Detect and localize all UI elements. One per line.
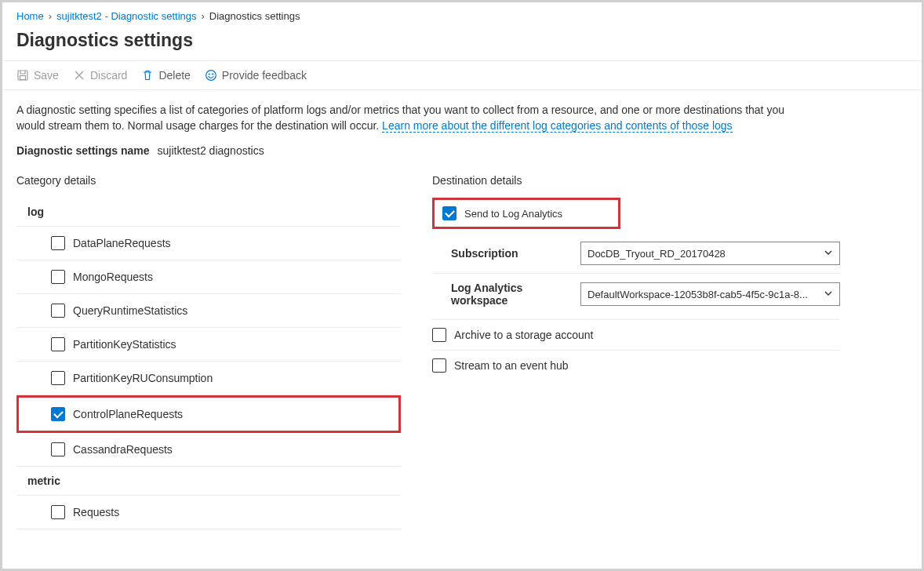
checkbox-partitionkeyruconsumption[interactable] — [51, 371, 65, 385]
save-label: Save — [34, 69, 59, 82]
stream-eventhub-label: Stream to an event hub — [454, 359, 569, 372]
checkbox-send-log-analytics[interactable] — [442, 206, 457, 220]
log-group-header: log — [16, 198, 401, 226]
settings-name-value: sujitktest2 diagnostics — [157, 144, 264, 157]
page-title: Diagnostics settings — [2, 27, 922, 60]
category-details-column: Category details log DataPlaneRequests M… — [16, 174, 401, 529]
feedback-button[interactable]: Provide feedback — [205, 69, 307, 82]
category-row-requests[interactable]: Requests — [16, 495, 401, 529]
stream-eventhub-row[interactable]: Stream to an event hub — [432, 351, 840, 380]
category-label: ControlPlaneRequests — [73, 408, 183, 420]
checkbox-queryruntimestatistics[interactable] — [51, 304, 65, 318]
category-label: QueryRuntimeStatistics — [73, 304, 187, 317]
checkbox-partitionkeystatistics[interactable] — [51, 337, 65, 351]
svg-rect-1 — [20, 76, 26, 80]
breadcrumb-home[interactable]: Home — [16, 10, 44, 22]
archive-storage-row[interactable]: Archive to a storage account — [432, 320, 840, 351]
delete-button[interactable]: Delete — [141, 69, 190, 82]
category-row-cassandrarequests[interactable]: CassandraRequests — [16, 433, 401, 467]
category-label: PartitionKeyRUConsumption — [73, 372, 213, 384]
checkbox-controlplanerequests[interactable] — [51, 407, 65, 421]
subscription-row: Subscription DocDB_Tryout_RD_20170428 — [432, 234, 840, 274]
settings-name-label: Diagnostic settings name — [16, 144, 150, 157]
category-row-queryruntimestatistics[interactable]: QueryRuntimeStatistics — [16, 294, 401, 328]
category-label: Requests — [73, 506, 119, 518]
checkbox-dataplanerequests[interactable] — [51, 236, 65, 250]
breadcrumb-parent[interactable]: sujitktest2 - Diagnostic settings — [56, 10, 196, 22]
svg-point-3 — [209, 74, 209, 75]
workspace-label: Log Analytics workspace — [451, 282, 573, 307]
category-details-title: Category details — [16, 174, 401, 187]
category-label: CassandraRequests — [73, 443, 173, 456]
category-row-partitionkeystatistics[interactable]: PartitionKeyStatistics — [16, 328, 401, 362]
category-label: DataPlaneRequests — [73, 237, 171, 249]
feedback-label: Provide feedback — [222, 69, 307, 82]
checkbox-mongorequests[interactable] — [51, 270, 65, 284]
category-row-controlplanerequests[interactable]: ControlPlaneRequests — [16, 395, 401, 433]
intro-text: A diagnostic setting specifies a list of… — [16, 103, 793, 133]
feedback-icon — [205, 69, 217, 82]
svg-point-4 — [213, 74, 213, 75]
chevron-right-icon: › — [202, 10, 205, 22]
metric-group-header: metric — [16, 467, 401, 495]
discard-button[interactable]: Discard — [73, 69, 127, 82]
learn-more-link[interactable]: Learn more about the different log categ… — [382, 119, 732, 133]
breadcrumb-current: Diagnostics settings — [209, 10, 300, 22]
subscription-select[interactable]: DocDB_Tryout_RD_20170428 — [580, 242, 840, 265]
send-log-analytics-row[interactable]: Send to Log Analytics — [432, 198, 620, 229]
toolbar: Save Discard Delete Provide feedback — [2, 60, 922, 90]
checkbox-stream-eventhub[interactable] — [432, 358, 446, 373]
category-label: MongoRequests — [73, 271, 153, 283]
save-icon — [16, 69, 29, 82]
discard-label: Discard — [90, 69, 127, 82]
category-row-dataplanerequests[interactable]: DataPlaneRequests — [16, 226, 401, 260]
subscription-value: DocDB_Tryout_RD_20170428 — [588, 248, 726, 260]
trash-icon — [141, 69, 154, 82]
checkbox-archive-storage[interactable] — [432, 328, 446, 342]
send-log-analytics-label: Send to Log Analytics — [464, 208, 562, 220]
subscription-label: Subscription — [451, 247, 573, 260]
delete-label: Delete — [158, 69, 190, 82]
chevron-down-icon — [824, 289, 833, 300]
settings-name-row: Diagnostic settings name sujitktest2 dia… — [16, 144, 908, 157]
workspace-select[interactable]: DefaultWorkspace-12053b8f-cab5-4f5c-9c1a… — [580, 282, 840, 306]
destination-details-title: Destination details — [432, 174, 840, 187]
workspace-value: DefaultWorkspace-12053b8f-cab5-4f5c-9c1a… — [588, 289, 808, 300]
chevron-right-icon: › — [49, 10, 52, 22]
destination-details-column: Destination details Send to Log Analytic… — [432, 174, 840, 529]
category-label: PartitionKeyStatistics — [73, 338, 176, 351]
chevron-down-icon — [824, 248, 833, 260]
checkbox-cassandrarequests[interactable] — [51, 442, 65, 456]
category-row-partitionkeyruconsumption[interactable]: PartitionKeyRUConsumption — [16, 362, 401, 395]
workspace-row: Log Analytics workspace DefaultWorkspace… — [432, 274, 840, 315]
category-row-mongorequests[interactable]: MongoRequests — [16, 260, 401, 294]
archive-storage-label: Archive to a storage account — [454, 329, 593, 341]
save-button[interactable]: Save — [16, 69, 59, 82]
svg-point-2 — [206, 71, 216, 81]
checkbox-requests[interactable] — [51, 505, 65, 519]
close-icon — [73, 69, 85, 82]
breadcrumb: Home › sujitktest2 - Diagnostic settings… — [2, 2, 922, 27]
